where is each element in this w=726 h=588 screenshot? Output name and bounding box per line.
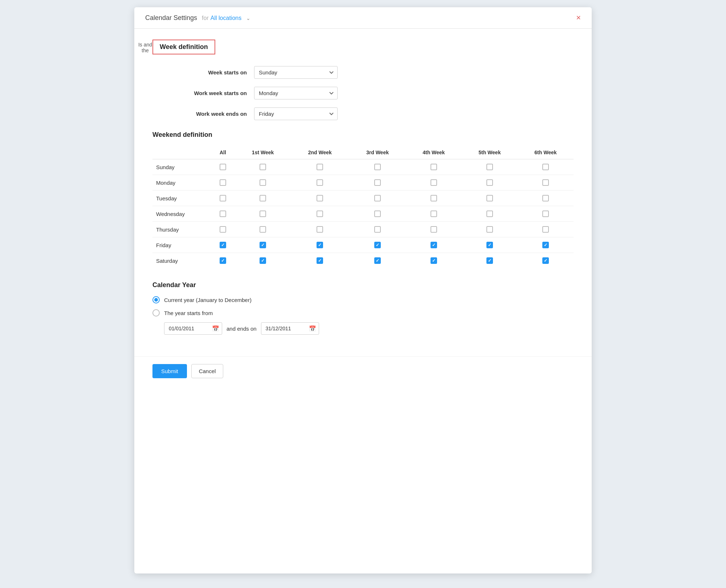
- week6-column-header: 6th Week: [518, 146, 574, 159]
- checkbox-saturday-col0[interactable]: [220, 257, 226, 264]
- checkbox-tuesday-col2[interactable]: [317, 195, 323, 201]
- start-date-input[interactable]: [164, 322, 222, 335]
- checkbox-thursday-col4[interactable]: [431, 226, 437, 233]
- checkbox-thursday-col3[interactable]: [374, 226, 381, 233]
- checkbox-cell: [518, 253, 574, 269]
- checkbox-sunday-col4[interactable]: [431, 164, 437, 170]
- checkbox-cell: [211, 222, 235, 237]
- checkbox-saturday-col5[interactable]: [486, 257, 493, 264]
- week-starts-on-row: Week starts on Sunday Monday Tuesday Wed…: [152, 66, 574, 79]
- checkbox-tuesday-col0[interactable]: [220, 195, 226, 201]
- current-year-label: Current year (January to December): [164, 297, 252, 303]
- checkbox-wednesday-col3[interactable]: [374, 211, 381, 217]
- submit-button[interactable]: Submit: [152, 364, 187, 378]
- week3-column-header: 3rd Week: [349, 146, 406, 159]
- checkbox-friday-col5[interactable]: [486, 242, 493, 248]
- checkbox-saturday-col3[interactable]: [374, 257, 381, 264]
- week-starts-on-select[interactable]: Sunday Monday Tuesday Wednesday Thursday…: [254, 66, 338, 79]
- checkbox-sunday-col1[interactable]: [260, 164, 266, 170]
- checkbox-tuesday-col1[interactable]: [260, 195, 266, 201]
- checkbox-monday-col6[interactable]: [542, 179, 549, 186]
- weekend-table: All 1st Week 2nd Week 3rd Week 4th Week …: [152, 146, 574, 268]
- checkbox-cell: [406, 159, 462, 175]
- cancel-button[interactable]: Cancel: [191, 364, 224, 378]
- checkbox-thursday-col5[interactable]: [486, 226, 493, 233]
- checkbox-friday-col4[interactable]: [431, 242, 437, 248]
- checkbox-cell: [518, 191, 574, 206]
- checkbox-tuesday-col6[interactable]: [542, 195, 549, 201]
- location-link[interactable]: All locations: [211, 15, 241, 21]
- checkbox-cell: [349, 175, 406, 191]
- checkbox-wednesday-col4[interactable]: [431, 211, 437, 217]
- checkbox-monday-col3[interactable]: [374, 179, 381, 186]
- checkbox-saturday-col2[interactable]: [317, 257, 323, 264]
- checkbox-monday-col0[interactable]: [220, 179, 226, 186]
- checkbox-cell: [406, 237, 462, 253]
- checkbox-wednesday-col1[interactable]: [260, 211, 266, 217]
- weekend-table-row: Saturday: [152, 253, 574, 269]
- checkbox-cell: [211, 191, 235, 206]
- end-date-input[interactable]: [261, 322, 319, 335]
- checkbox-sunday-col6[interactable]: [542, 164, 549, 170]
- checkbox-monday-col1[interactable]: [260, 179, 266, 186]
- checkbox-tuesday-col3[interactable]: [374, 195, 381, 201]
- checkbox-thursday-col6[interactable]: [542, 226, 549, 233]
- checkbox-tuesday-col5[interactable]: [486, 195, 493, 201]
- weekend-table-row: Monday: [152, 175, 574, 191]
- and-ends-on-label: and ends on: [227, 326, 257, 332]
- checkbox-cell: [349, 159, 406, 175]
- checkbox-cell: [462, 253, 518, 269]
- week-definition-title: Week definition: [160, 43, 208, 50]
- custom-year-radio[interactable]: [152, 309, 160, 317]
- checkbox-thursday-col1[interactable]: [260, 226, 266, 233]
- checkbox-friday-col3[interactable]: [374, 242, 381, 248]
- checkbox-cell: [211, 237, 235, 253]
- checkbox-friday-col2[interactable]: [317, 242, 323, 248]
- week5-column-header: 5th Week: [462, 146, 518, 159]
- checkbox-thursday-col2[interactable]: [317, 226, 323, 233]
- checkbox-saturday-col1[interactable]: [260, 257, 266, 264]
- current-year-row: Current year (January to December): [152, 296, 574, 303]
- checkbox-monday-col4[interactable]: [431, 179, 437, 186]
- checkbox-saturday-col4[interactable]: [431, 257, 437, 264]
- checkbox-friday-col0[interactable]: [220, 242, 226, 248]
- weekend-table-row: Friday: [152, 237, 574, 253]
- checkbox-friday-col1[interactable]: [260, 242, 266, 248]
- checkbox-sunday-col0[interactable]: [220, 164, 226, 170]
- close-button[interactable]: ×: [576, 14, 581, 22]
- checkbox-wednesday-col6[interactable]: [542, 211, 549, 217]
- checkbox-wednesday-col0[interactable]: [220, 211, 226, 217]
- checkbox-wednesday-col2[interactable]: [317, 211, 323, 217]
- day-label: Tuesday: [152, 191, 211, 206]
- checkbox-wednesday-col5[interactable]: [486, 211, 493, 217]
- location-dropdown-icon[interactable]: ⌄: [246, 15, 250, 21]
- checkbox-cell: [518, 159, 574, 175]
- work-week-starts-on-select[interactable]: Sunday Monday Tuesday Wednesday Thursday…: [254, 87, 338, 99]
- checkbox-cell: [406, 191, 462, 206]
- week-definition-title-box: Week definition: [152, 40, 215, 54]
- checkbox-sunday-col2[interactable]: [317, 164, 323, 170]
- checkbox-friday-col6[interactable]: [542, 242, 549, 248]
- modal-title: Calendar Settings for All locations ⌄: [145, 14, 250, 22]
- current-year-radio[interactable]: [152, 296, 160, 303]
- week2-column-header: 2nd Week: [290, 146, 349, 159]
- checkbox-monday-col2[interactable]: [317, 179, 323, 186]
- checkbox-cell: [462, 159, 518, 175]
- custom-year-label: The year starts from: [164, 310, 213, 316]
- weekend-table-body: SundayMondayTuesdayWednesdayThursdayFrid…: [152, 159, 574, 269]
- weekend-table-row: Thursday: [152, 222, 574, 237]
- week1-column-header: 1st Week: [235, 146, 291, 159]
- checkbox-monday-col5[interactable]: [486, 179, 493, 186]
- checkbox-thursday-col0[interactable]: [220, 226, 226, 233]
- checkbox-cell: [406, 175, 462, 191]
- checkbox-saturday-col6[interactable]: [542, 257, 549, 264]
- checkbox-sunday-col5[interactable]: [486, 164, 493, 170]
- checkbox-cell: [462, 237, 518, 253]
- day-label: Monday: [152, 175, 211, 191]
- sidebar-hint: Is and the: [134, 38, 156, 57]
- checkbox-tuesday-col4[interactable]: [431, 195, 437, 201]
- checkbox-sunday-col3[interactable]: [374, 164, 381, 170]
- week4-column-header: 4th Week: [406, 146, 462, 159]
- work-week-ends-on-select[interactable]: Sunday Monday Tuesday Wednesday Thursday…: [254, 107, 338, 120]
- modal-footer: Submit Cancel: [134, 356, 592, 389]
